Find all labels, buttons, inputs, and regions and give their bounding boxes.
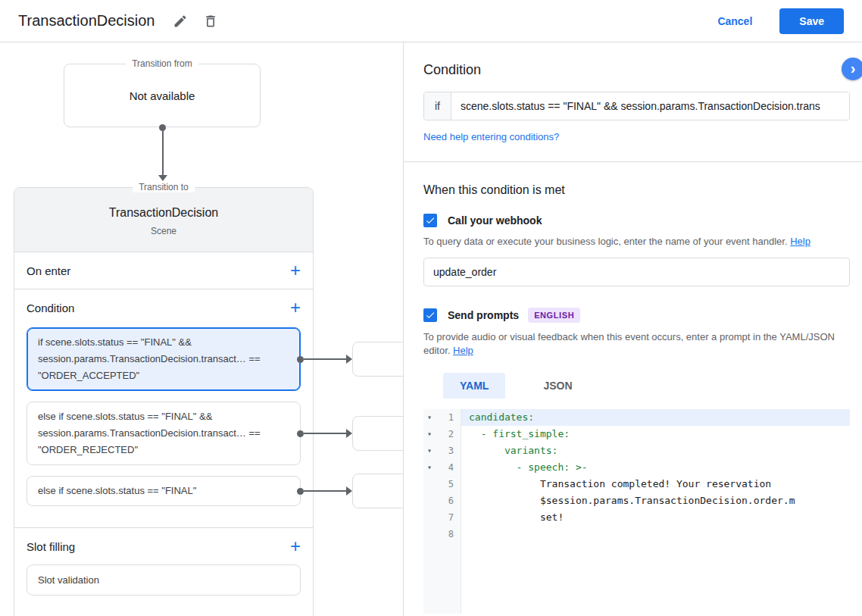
- line-number: 1: [436, 412, 461, 423]
- line-number: 8: [436, 529, 461, 539]
- slot-filling-section: Slot filling + Slot validation: [14, 528, 313, 596]
- editor-code-area[interactable]: candidates: - first_simple: variants: - …: [461, 409, 850, 614]
- line-number: 6: [436, 496, 461, 506]
- condition-list: if scene.slots.status == "FINAL" && sess…: [14, 326, 313, 506]
- fold-toggle-icon[interactable]: ▾: [423, 409, 436, 426]
- condition-target-node[interactable]: [352, 474, 403, 508]
- check-icon: [425, 310, 436, 321]
- code-line[interactable]: - first_simple:: [461, 426, 850, 442]
- gutter-row: 7: [423, 509, 461, 526]
- condition-item[interactable]: if scene.slots.status == "FINAL" && sess…: [27, 327, 301, 391]
- fold-toggle-icon[interactable]: ▾: [423, 426, 436, 442]
- webhook-checkbox[interactable]: [423, 214, 437, 227]
- code-line[interactable]: Transaction completed! Your reservation: [461, 476, 850, 492]
- condition-section-label: Condition: [27, 302, 74, 314]
- condition-connector-arrow-icon: [346, 355, 352, 364]
- transition-to-label: Transition to: [133, 182, 195, 192]
- code-line[interactable]: [461, 526, 850, 543]
- webhook-row: Call your webhook: [423, 214, 850, 227]
- when-condition-met-heading: When this condition is met: [423, 183, 850, 197]
- condition-item[interactable]: else if scene.slots.status == "FINAL" &&…: [27, 402, 301, 465]
- code-line[interactable]: set!: [461, 509, 850, 526]
- line-number: 7: [436, 512, 461, 523]
- fold-toggle-icon[interactable]: ▾: [423, 442, 436, 459]
- condition-connector-arrow-icon: [346, 486, 352, 496]
- condition-expression-input[interactable]: [451, 92, 849, 120]
- condition-dot: [297, 488, 304, 495]
- collapse-panel-button[interactable]: ›: [842, 58, 862, 80]
- transition-from-node[interactable]: Transition from Not available: [64, 64, 261, 127]
- condition-connector-line: [304, 433, 349, 434]
- gutter-row: 8: [423, 526, 461, 543]
- on-enter-row[interactable]: On enter +: [14, 252, 313, 289]
- slot-validation-item[interactable]: Slot validation: [27, 564, 301, 596]
- send-prompts-label: Send prompts: [448, 309, 519, 321]
- webhook-help-link[interactable]: Help: [790, 236, 810, 247]
- prompts-description: To provide audio or visual feedback when…: [423, 330, 849, 358]
- scene-node-header[interactable]: TransactionDecision Scene: [14, 188, 313, 252]
- fold-toggle-icon[interactable]: ▾: [423, 459, 436, 476]
- cancel-button[interactable]: Cancel: [713, 14, 757, 28]
- transition-from-label: Transition from: [126, 58, 198, 69]
- condition-text: else if scene.slots.status == "FINAL" &&…: [38, 411, 261, 455]
- gutter-row: ▾ 3: [423, 442, 461, 459]
- slot-filling-row[interactable]: Slot filling +: [14, 528, 313, 564]
- code-line[interactable]: variants:: [461, 442, 850, 459]
- slot-filling-label: Slot filling: [27, 540, 75, 553]
- editor-tabs: YAML JSON: [443, 373, 850, 399]
- pencil-icon: [173, 14, 188, 29]
- send-prompts-checkbox[interactable]: [423, 308, 437, 322]
- edit-button[interactable]: [171, 12, 189, 30]
- gutter-row: 5: [423, 476, 461, 492]
- panel-title: Condition: [423, 62, 850, 78]
- condition-editor-section: Condition › if Need help entering condit…: [404, 42, 862, 161]
- webhook-description-text: To query data or execute your business l…: [423, 236, 790, 247]
- code-line[interactable]: $session.params.TransactionDecision.orde…: [461, 492, 850, 509]
- save-button[interactable]: Save: [779, 8, 844, 34]
- on-enter-label: On enter: [27, 264, 70, 277]
- prompts-help-link[interactable]: Help: [453, 345, 473, 356]
- send-prompts-row: Send prompts ENGLISH: [423, 308, 850, 323]
- page-header: TransactionDecision Cancel Save: [0, 0, 862, 42]
- conditions-help-link[interactable]: Need help entering conditions?: [423, 131, 559, 142]
- condition-text: if scene.slots.status == "FINAL" && sess…: [38, 336, 261, 381]
- slot-validation-label: Slot validation: [38, 574, 99, 586]
- scene-node: Transition to TransactionDecision Scene …: [14, 187, 314, 616]
- webhook-label: Call your webhook: [448, 214, 542, 227]
- diagram-canvas: Transition from Not available Transition…: [0, 42, 403, 616]
- tab-json[interactable]: JSON: [526, 373, 589, 399]
- page-title: TransactionDecision: [18, 12, 155, 30]
- condition-section-header[interactable]: Condition +: [14, 289, 313, 326]
- webhook-name-input[interactable]: [423, 258, 850, 286]
- delete-button[interactable]: [201, 12, 220, 30]
- add-slot-button[interactable]: +: [290, 539, 301, 553]
- code-line[interactable]: - speech: >-: [461, 459, 850, 476]
- code-line[interactable]: candidates:: [461, 409, 850, 426]
- check-icon: [425, 215, 436, 226]
- condition-item[interactable]: else if scene.slots.status == "FINAL": [27, 476, 301, 506]
- gutter-row: ▾ 2: [423, 426, 461, 442]
- gutter-row: 6: [423, 492, 461, 509]
- condition-handlers-section: When this condition is met Call your web…: [404, 162, 862, 614]
- condition-section: Condition + if scene.slots.status == "FI…: [14, 289, 313, 528]
- condition-dot: [297, 356, 304, 363]
- if-label: if: [424, 92, 451, 120]
- add-condition-button[interactable]: +: [290, 301, 301, 314]
- editor-gutter: ▾ 1 ▾ 2 ▾ 3 ▾ 4: [423, 409, 461, 614]
- condition-connector-arrow-icon: [346, 429, 352, 438]
- connector-dot: [159, 124, 166, 131]
- condition-target-node[interactable]: [352, 342, 403, 377]
- line-number: 4: [436, 462, 461, 473]
- tab-yaml[interactable]: YAML: [443, 373, 505, 399]
- language-badge: ENGLISH: [528, 308, 580, 323]
- gutter-row: ▾ 1: [423, 409, 461, 426]
- main-content: Transition from Not available Transition…: [0, 42, 862, 616]
- condition-target-node[interactable]: [352, 416, 403, 451]
- add-on-enter-button[interactable]: +: [290, 264, 301, 277]
- webhook-description: To query data or execute your business l…: [423, 235, 849, 249]
- condition-dot: [297, 430, 304, 437]
- line-number: 2: [436, 429, 461, 439]
- not-available-text: Not available: [130, 89, 195, 102]
- trash-icon: [203, 14, 218, 29]
- condition-connector-line: [304, 490, 349, 492]
